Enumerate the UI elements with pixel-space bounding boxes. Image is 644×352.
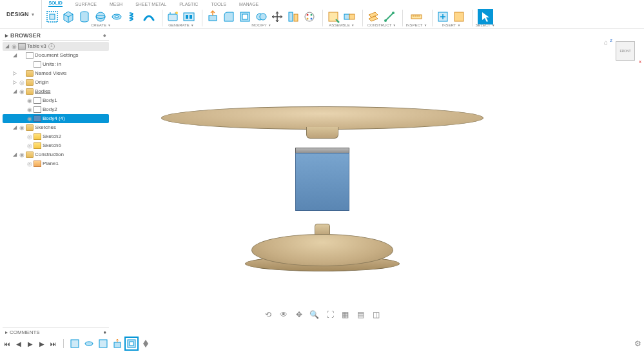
insert-mcmaster-button[interactable] bbox=[451, 9, 467, 24]
group-label-create[interactable]: CREATE▼ bbox=[91, 23, 111, 27]
group-select: SELECT▼ bbox=[475, 9, 494, 27]
timeline-play-button[interactable]: ▶ bbox=[26, 339, 35, 348]
tree-units[interactable]: Units: in bbox=[3, 60, 109, 69]
browser-header[interactable]: ▸ BROWSER ● bbox=[3, 31, 109, 41]
tab-manage[interactable]: MANAGE bbox=[239, 2, 259, 6]
combine-button[interactable] bbox=[253, 9, 269, 24]
comments-options-icon[interactable]: ● bbox=[103, 329, 106, 335]
insert-derive-button[interactable] bbox=[435, 9, 451, 24]
browser-title: BROWSER bbox=[10, 32, 41, 39]
timeline-marker[interactable] bbox=[140, 338, 151, 349]
tree-bodies[interactable]: ◢◉ Bodies bbox=[3, 87, 109, 96]
pan-button[interactable]: ✥ bbox=[294, 309, 304, 320]
tree-sketch2[interactable]: ◎ Sketch2 bbox=[3, 132, 109, 141]
tree-body2[interactable]: ◉ Body2 bbox=[3, 105, 109, 114]
comments-panel[interactable]: ▸ COMMENTS ● bbox=[3, 328, 109, 337]
timeline-feature-extrude1[interactable] bbox=[112, 338, 123, 349]
group-label-select[interactable]: SELECT▼ bbox=[475, 23, 494, 27]
cylinder-button[interactable] bbox=[77, 9, 92, 24]
timeline-settings-icon[interactable]: ⚙ bbox=[634, 339, 641, 348]
box-button[interactable] bbox=[61, 9, 76, 24]
automated-modeling-button[interactable] bbox=[165, 9, 181, 24]
tree-origin[interactable]: ▷◎ Origin bbox=[3, 78, 109, 87]
measure-button[interactable] bbox=[409, 9, 424, 24]
grid-settings-button[interactable]: ▤ bbox=[356, 309, 366, 320]
group-label-insert[interactable]: INSERT▼ bbox=[442, 23, 460, 27]
svg-rect-7 bbox=[168, 14, 177, 21]
new-component-button[interactable] bbox=[326, 9, 341, 24]
select-button[interactable] bbox=[478, 9, 493, 24]
align-button[interactable] bbox=[286, 9, 301, 24]
tab-solid[interactable]: SOLID bbox=[48, 1, 62, 7]
axis-button[interactable] bbox=[382, 9, 397, 24]
tree-sketches[interactable]: ◢◉ Sketches bbox=[3, 123, 109, 132]
tree-body4[interactable]: ◉ Body4 (4) bbox=[3, 114, 109, 123]
tab-plastic[interactable]: PLASTIC bbox=[179, 2, 198, 6]
coil-button[interactable] bbox=[125, 9, 141, 24]
timeline-prev-button[interactable]: ◀ bbox=[14, 339, 23, 348]
display-settings-button[interactable]: ▦ bbox=[340, 309, 351, 320]
shell-button[interactable] bbox=[237, 9, 253, 24]
svg-point-22 bbox=[311, 18, 313, 20]
timeline-feature-shell1[interactable] bbox=[126, 338, 137, 349]
torus-button[interactable] bbox=[109, 9, 124, 24]
new-sketch-button[interactable] bbox=[44, 9, 60, 24]
svg-point-19 bbox=[305, 12, 314, 21]
svg-point-20 bbox=[307, 14, 309, 16]
timeline-first-button[interactable]: ⏮ bbox=[3, 339, 12, 348]
tree-body1[interactable]: ◉ Body1 bbox=[3, 96, 109, 105]
workspace-switcher[interactable]: DESIGN ▼ bbox=[0, 0, 42, 28]
joint-button[interactable] bbox=[342, 9, 357, 24]
generative-design-button[interactable] bbox=[181, 9, 197, 24]
group-label-assemble[interactable]: ASSEMBLE▼ bbox=[329, 23, 354, 27]
axis-x-label: x bbox=[639, 59, 641, 64]
svg-rect-32 bbox=[454, 12, 463, 21]
group-construct: CONSTRUCT▼ bbox=[366, 9, 397, 27]
model-base-disc bbox=[251, 234, 393, 266]
group-label-construct[interactable]: CONSTRUCT▼ bbox=[367, 23, 396, 27]
tab-mesh[interactable]: MESH bbox=[110, 2, 122, 6]
tree-document-settings[interactable]: ◢ Document Settings bbox=[3, 51, 109, 60]
view-cube-face[interactable]: FRONT bbox=[616, 41, 635, 61]
sphere-button[interactable] bbox=[93, 9, 108, 24]
timeline-feature-revolve1[interactable] bbox=[83, 338, 95, 349]
browser-options-icon[interactable]: ● bbox=[103, 32, 106, 39]
view-cube[interactable]: ⌂ FRONT z x bbox=[612, 39, 639, 66]
timeline-feature-sketch1[interactable] bbox=[69, 338, 81, 349]
group-assemble: ASSEMBLE▼ bbox=[326, 9, 357, 27]
timeline-last-button[interactable]: ⏭ bbox=[49, 339, 58, 348]
group-label-generate[interactable]: GENERATE▼ bbox=[168, 23, 194, 27]
move-button[interactable] bbox=[269, 9, 285, 24]
svg-rect-10 bbox=[186, 15, 188, 19]
tree-named-views[interactable]: ▷ Named Views bbox=[3, 69, 109, 78]
group-label-inspect[interactable]: INSPECT▼ bbox=[405, 23, 427, 27]
svg-rect-18 bbox=[294, 14, 298, 21]
group-create: CREATE▼ bbox=[44, 9, 157, 27]
tree-root[interactable]: ◢◉ Table v3 + bbox=[3, 42, 109, 51]
press-pull-button[interactable] bbox=[205, 9, 220, 24]
timeline-next-button[interactable]: ▶ bbox=[37, 339, 46, 348]
tree-sketch6[interactable]: ◎ Sketch6 bbox=[3, 141, 109, 150]
look-at-button[interactable]: 👁 bbox=[278, 309, 289, 320]
svg-rect-36 bbox=[114, 342, 121, 347]
offset-plane-button[interactable] bbox=[366, 9, 381, 24]
svg-rect-30 bbox=[411, 15, 422, 19]
tab-sheet-metal[interactable]: SHEET METAL bbox=[135, 2, 166, 6]
viewports-button[interactable]: ◫ bbox=[371, 309, 382, 320]
tab-surface[interactable]: SURFACE bbox=[75, 2, 97, 6]
zoom-button[interactable]: 🔍 bbox=[309, 309, 320, 320]
add-component-icon[interactable]: + bbox=[48, 43, 55, 50]
tab-tools[interactable]: TOOLS bbox=[211, 2, 226, 6]
home-view-icon[interactable]: ⌂ bbox=[604, 39, 608, 46]
tree-construction[interactable]: ◢◉ Construction bbox=[3, 150, 109, 159]
orbit-button[interactable]: ⟲ bbox=[263, 309, 273, 320]
tree-plane1[interactable]: ◎ Plane1 bbox=[3, 159, 109, 168]
axis-z-label: z bbox=[610, 37, 612, 43]
fit-button[interactable]: ⛶ bbox=[325, 309, 335, 320]
group-label-modify[interactable]: MODIFY▼ bbox=[251, 23, 271, 27]
fillet-button[interactable] bbox=[221, 9, 237, 24]
pipe-button[interactable] bbox=[141, 9, 157, 24]
svg-rect-27 bbox=[349, 14, 355, 19]
timeline-feature-sketch2[interactable] bbox=[97, 338, 109, 349]
appearance-button[interactable] bbox=[302, 9, 317, 24]
